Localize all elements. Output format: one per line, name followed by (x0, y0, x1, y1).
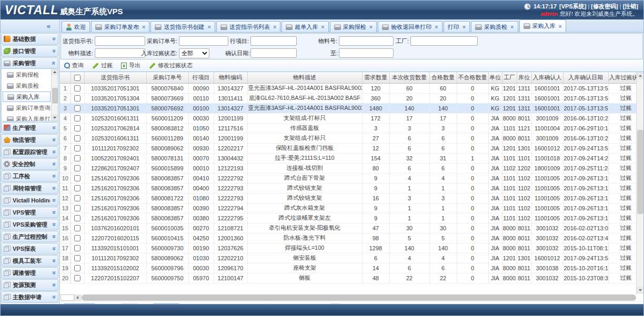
table-row[interactable]: 610253201606131156000112890014012001199支… (60, 133, 643, 143)
table-row[interactable]: 912286201709240756000158990001012122193连… (60, 163, 643, 173)
chevron-double-down-icon[interactable]: « (51, 235, 58, 239)
column-header[interactable]: 需求数量 (362, 72, 389, 83)
sidebar-group-5[interactable]: 配置跟踪管理« (1, 146, 58, 158)
column-header[interactable]: 库位 (517, 72, 531, 83)
tab-6[interactable]: 验收退回单打印× (378, 21, 442, 32)
chevron-double-down-icon[interactable]: « (51, 211, 58, 215)
vertical-scrollbar[interactable] (636, 72, 643, 294)
table-row[interactable]: 1810111201709230258000890620103012202210… (60, 253, 643, 263)
vertical-scroll-thumb[interactable] (637, 130, 643, 214)
chevron-double-down-icon[interactable]: « (51, 187, 58, 190)
tab-4[interactable]: 超单入库× (281, 21, 328, 32)
column-header[interactable]: 合格数量 (429, 72, 457, 83)
column-header[interactable]: 采购订单号 (146, 72, 188, 83)
column-header[interactable]: 物料编码 (214, 72, 247, 83)
sidebar-group-16[interactable]: 资源预测« (1, 279, 58, 291)
sidebar-item-4[interactable]: 采购入库单打 (3, 114, 51, 121)
table-row[interactable]: 310335201705130158000766920010013014327亚… (60, 103, 643, 113)
column-header[interactable]: 不合格数量 (457, 72, 488, 83)
table-row[interactable]: 410253201606131156000112090003012001199支… (60, 113, 643, 123)
chevron-double-down-icon[interactable]: « (51, 295, 58, 299)
submenu-scrollbar[interactable] (51, 69, 58, 121)
tab-1[interactable]: 采购订单发布× (91, 21, 149, 32)
chevron-double-down-icon[interactable]: « (51, 162, 58, 166)
table-row[interactable]: 110335201705130158000768400009013014327亚… (60, 83, 643, 93)
column-header[interactable]: 行项目 (188, 72, 214, 83)
sidebar-item-3[interactable]: 采购订单查询 (3, 103, 51, 113)
row-checkbox[interactable] (74, 115, 80, 121)
sidebar-group-15[interactable]: 调漆管理« (1, 267, 58, 279)
tab-0[interactable]: 欢迎 (62, 21, 90, 32)
table-row[interactable]: 1412516201709230658000838570038012222795… (60, 213, 643, 223)
sidebar-item-2[interactable]: 采购入库 (3, 91, 51, 102)
chevron-double-down-icon[interactable]: « (51, 49, 58, 53)
table-row[interactable]: 1510376201602010156000100350027012108721… (60, 223, 643, 233)
toolbar-button-2[interactable]: 导出 (121, 62, 140, 69)
submenu-scroll-thumb[interactable] (52, 88, 58, 104)
sidebar-group-6[interactable]: 安全控制« (1, 158, 58, 170)
sidebar-group-0[interactable]: 基础数据« (1, 33, 58, 45)
chevron-double-down-icon[interactable]: « (51, 271, 58, 275)
sidebar-group-10[interactable]: VPS管理« (1, 207, 58, 218)
inbound-posting-status-select[interactable]: 全部 (179, 48, 209, 58)
row-checkbox[interactable] (74, 165, 80, 171)
table-row[interactable]: 710111201709230258000890620093012202217保… (60, 143, 643, 153)
column-header[interactable]: 工厂 (502, 72, 517, 83)
row-checkbox[interactable] (74, 245, 80, 251)
row-checkbox[interactable] (74, 275, 80, 281)
close-icon[interactable]: × (435, 24, 438, 30)
close-icon[interactable]: × (207, 24, 210, 30)
table-row[interactable]: 2012207201510220756000097500597012100147… (60, 273, 643, 283)
toolbar-button-3[interactable]: 修改过账状态 (149, 62, 193, 69)
horizontal-scrollbar[interactable] (60, 294, 643, 301)
tab-5[interactable]: 采购报检× (330, 21, 377, 32)
select-all-checkbox[interactable] (74, 75, 80, 81)
row-checkbox[interactable] (74, 265, 80, 271)
scroll-up-icon[interactable] (52, 69, 58, 75)
table-row[interactable]: 1212516201709230658000817220108012222793… (60, 193, 643, 203)
sidebar-item-1[interactable]: 采购质检 (3, 80, 51, 91)
horizontal-scroll-thumb[interactable] (82, 294, 636, 301)
sidebar-group-11[interactable]: VPS采购管理« (1, 219, 58, 230)
close-icon[interactable]: × (369, 24, 373, 30)
close-icon[interactable]: × (321, 24, 324, 30)
row-checkbox[interactable] (74, 195, 80, 201)
sidebar-group-1[interactable]: 接口管理« (1, 45, 58, 57)
close-icon[interactable]: × (510, 24, 514, 30)
table-row[interactable]: 1911339201510200256000097960003012096170… (60, 263, 643, 273)
sidebar-group-12[interactable]: 生产过程控制« (1, 231, 58, 242)
chevron-double-down-icon[interactable]: « (51, 138, 58, 142)
header-link-0[interactable]: [VPS系统] (559, 3, 586, 9)
toolbar-button-0[interactable]: 查询 (64, 62, 84, 69)
sidebar-group-7[interactable]: 工序检« (1, 170, 58, 182)
row-checkbox[interactable] (74, 215, 80, 221)
table-row[interactable]: 1112516201709230658000838570040012222793… (60, 183, 643, 193)
scroll-left-icon[interactable] (74, 294, 82, 301)
row-checkbox[interactable] (74, 185, 80, 191)
row-checkbox[interactable] (74, 235, 80, 241)
sidebar-group-2[interactable]: 采购管理« (1, 57, 58, 69)
row-checkbox[interactable] (74, 225, 80, 231)
table-row[interactable]: 1312516201709230658000838570039012222794… (60, 203, 643, 213)
tab-2[interactable]: 送货指示书创建× (150, 21, 215, 32)
chevron-double-down-icon[interactable]: « (51, 37, 58, 41)
chevron-double-down-icon[interactable]: « (51, 150, 58, 154)
row-checkbox[interactable] (74, 95, 80, 101)
table-row[interactable]: 1012516201709230658000838570041012222792… (60, 173, 643, 183)
row-checkbox[interactable] (74, 135, 80, 141)
row-checkbox[interactable] (74, 205, 80, 211)
tab-8[interactable]: 采购质检× (471, 21, 518, 32)
tab-9[interactable]: 采购入库× (519, 19, 566, 32)
scroll-down-icon[interactable] (637, 287, 643, 294)
row-checkbox[interactable] (74, 145, 80, 151)
scroll-down-icon[interactable] (52, 115, 58, 121)
chevron-double-down-icon[interactable]: « (51, 259, 58, 263)
sidebar-item-0[interactable]: 采购报检 (3, 69, 51, 80)
table-row[interactable]: 1711339201510100156000097300019012037626… (60, 243, 643, 253)
row-checkbox[interactable] (74, 125, 80, 131)
chevron-double-down-icon[interactable]: « (51, 126, 58, 130)
chevron-double-down-icon[interactable]: « (51, 175, 58, 178)
header-link-1[interactable]: [修改密码] (591, 3, 618, 9)
filter-input[interactable] (410, 36, 478, 46)
row-checkbox[interactable] (74, 85, 80, 91)
